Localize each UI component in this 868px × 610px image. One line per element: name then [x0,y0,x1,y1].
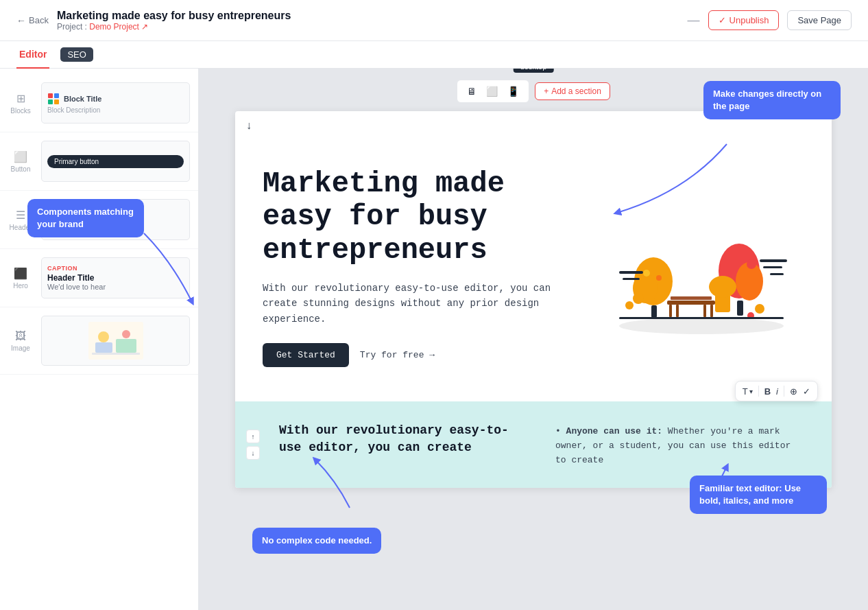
try-free-link[interactable]: Try for free → [360,350,435,360]
tab-editor[interactable]: Editor [16,41,49,69]
unpublish-button[interactable]: ✓ ✓ Unpublish Unpublish [708,10,780,30]
callout-make-changes: Make changes directly on the page [703,81,841,119]
viewport-icons: 🖥 ⬜ 📱 [457,80,529,103]
button-preview: Primary button [41,141,190,182]
image-icon-group: 🖼 Image [8,330,33,352]
add-section-button[interactable]: + + Add a section Add a section [535,82,610,100]
image-preview-container [41,316,190,366]
section-arrows: ↑ ↓ [246,430,260,460]
desktop-icon[interactable]: 🖥 [463,83,481,99]
viewport-badge: desktop [514,69,554,73]
callout-components-text: Components matching your brand [37,207,134,229]
tab-seo[interactable]: SEO [60,47,93,62]
save-button[interactable]: Save Page [787,10,852,30]
text-chevron-icon: ▾ [749,388,753,395]
tablet-icon[interactable]: ⬜ [482,83,502,99]
preview-primary-btn: Primary button [47,155,184,168]
blocks-icon-group: ⊞ Blocks [8,92,33,115]
section-up-button[interactable]: ↑ [246,430,260,443]
toolbar-separator-2 [784,386,784,397]
svg-rect-24 [737,301,743,316]
teal-bullet-label: Anyone can use it: [566,426,662,436]
link-button[interactable]: ⊕ [790,386,797,397]
svg-point-25 [747,259,756,269]
svg-rect-29 [623,278,640,280]
svg-point-6 [98,331,109,342]
svg-rect-3 [54,99,59,104]
button-icon: ⬜ [14,150,27,163]
callout-no-code-text: No complex code needed. [262,535,372,546]
svg-rect-0 [48,93,53,98]
top-bar-left: ← ← Back Back Marketing made easy for bu… [16,10,291,32]
svg-point-10 [619,318,784,334]
hero-subtitle[interactable]: With our revolutionary easy-to-use edito… [263,281,571,327]
hero-icon: ⬛ [14,267,27,280]
plus-icon: + [544,86,548,96]
hero-title[interactable]: Marketing made easy for busy entrepreneu… [263,167,571,267]
hero-actions: Get Started Try for free → [263,343,571,367]
image-icon: 🖼 [15,330,26,342]
page-canvas: ↓ Marketing made easy for busy entrepren… [235,111,832,488]
more-icon: ✓ [803,386,810,397]
section-down-button[interactable]: ↓ [246,446,260,460]
hero-preview-title: Header Title [47,273,184,283]
back-arrow-icon: ← [16,15,26,26]
viewport-toolbar: desktop 🖥 ⬜ 📱 + + Add a section Add a se… [457,80,610,103]
blocks-preview: Block Title Block Description [41,82,190,124]
svg-point-33 [633,293,644,304]
image-preview-box [47,322,184,360]
svg-rect-9 [92,353,140,355]
minimize-icon[interactable]: — [688,13,700,27]
sidebar-item-image[interactable]: 🖼 Image [0,307,198,375]
text-style-button[interactable]: T ▾ [743,386,753,397]
toolbar-separator-1 [758,386,759,397]
bold-button[interactable]: B [764,386,771,397]
svg-rect-31 [763,266,782,268]
callout-familiar-editor: Familiar text editor: Use bold, italics,… [690,476,827,514]
svg-point-8 [122,330,130,338]
svg-rect-14 [710,305,713,317]
svg-rect-19 [651,305,657,318]
italic-icon: i [776,386,778,397]
sidebar-item-button[interactable]: ⬜ Button Primary button [0,132,198,191]
svg-rect-16 [703,305,706,317]
teal-left: With our revolutionary easy-to-use edito… [263,422,528,465]
svg-rect-11 [667,301,715,305]
teal-editor-text[interactable]: With our revolutionary easy-to-use edito… [279,422,528,456]
svg-rect-13 [669,305,672,317]
page-title: Marketing made easy for busy entrepreneu… [57,10,291,22]
svg-rect-15 [676,305,679,317]
hero-label-text: Hero [13,282,28,290]
text-t-icon: T [743,386,748,397]
back-button[interactable]: ← ← Back Back [16,15,49,26]
preview-block-title: Block Title [64,95,101,103]
italic-button[interactable]: i [776,386,778,397]
top-bar: ← ← Back Back Marketing made easy for bu… [0,0,868,41]
button-icon-group: ⬜ Button [8,150,33,173]
header-icon: ☰ [16,209,25,222]
callout-components: Components matching your brand [27,199,144,237]
park-illustration [605,199,797,336]
svg-rect-32 [770,273,784,275]
hero-preview: CAPTION Header Title We'd love to hear [41,257,190,298]
back-text: Back [29,15,49,25]
more-button[interactable]: ✓ [803,386,810,397]
main-area: ⊞ Blocks Block Title Block Description [0,69,868,610]
hero-image [599,192,804,343]
mobile-icon[interactable]: 📱 [503,83,523,99]
page-title-group: Marketing made easy for busy entrepreneu… [57,10,291,32]
get-started-button[interactable]: Get Started [263,343,349,367]
callout-familiar-editor-text: Familiar text editor: Use bold, italics,… [699,483,801,506]
sidebar: ⊞ Blocks Block Title Block Description [0,69,199,610]
svg-point-27 [709,276,736,298]
teal-bullet-text: • Anyone can use it: Whether you're a ma… [555,425,804,467]
project-link[interactable]: Project : Demo Project ↗ [57,22,291,32]
check-icon: ✓ [719,15,726,25]
svg-point-34 [625,301,634,309]
preview-block-desc: Block Description [47,106,184,114]
svg-rect-28 [619,271,643,274]
sidebar-item-blocks[interactable]: ⊞ Blocks Block Title Block Description [0,74,198,132]
hero-content: Marketing made easy for busy entrepreneu… [263,167,571,367]
sidebar-item-hero[interactable]: ⬛ Hero CAPTION Header Title We'd love to… [0,249,198,307]
project-name[interactable]: Demo Project ↗ [89,22,148,32]
